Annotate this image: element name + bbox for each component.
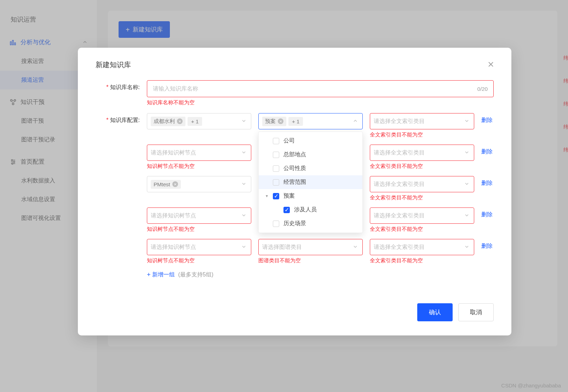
delete-link[interactable]: 删除 bbox=[481, 117, 493, 123]
select-placeholder: 请选择全文索引类目 bbox=[374, 212, 425, 220]
dropdown-option[interactable]: 历史场景 bbox=[259, 217, 362, 230]
select-tag: PMtest✕ bbox=[151, 180, 181, 189]
delete-link[interactable]: 删除 bbox=[481, 180, 493, 186]
select-tag: 成都水利✕ bbox=[151, 117, 185, 126]
checkbox-icon[interactable]: ✓ bbox=[283, 207, 290, 213]
tag-remove-icon[interactable]: ✕ bbox=[177, 118, 183, 124]
dropdown-option[interactable]: 经营范围 bbox=[259, 175, 362, 189]
option-label: 总部地点 bbox=[283, 151, 306, 158]
fulltext-error: 全文索引类目不能为空 bbox=[370, 194, 474, 201]
caret-down-icon[interactable]: ▼ bbox=[265, 194, 269, 198]
tree-select[interactable]: 请选择知识树节点 bbox=[147, 207, 251, 224]
checkbox-icon[interactable] bbox=[273, 138, 279, 144]
select-placeholder: 请选择全文索引类目 bbox=[374, 149, 425, 157]
option-label: 预案 bbox=[283, 192, 295, 200]
select-placeholder: 请选择知识树节点 bbox=[151, 212, 196, 220]
select-more: + 1 bbox=[188, 117, 202, 126]
chevron-down-icon bbox=[240, 244, 248, 250]
option-label: 经营范围 bbox=[283, 179, 306, 186]
plus-icon: + bbox=[147, 271, 151, 279]
close-button[interactable] bbox=[488, 61, 494, 69]
checkbox-icon[interactable] bbox=[273, 221, 279, 227]
chevron-down-icon bbox=[240, 118, 248, 124]
fulltext-select[interactable]: 请选择全文索引类目 bbox=[370, 176, 474, 192]
confirm-button[interactable]: 确认 bbox=[417, 303, 453, 321]
add-group-link[interactable]: +新增一组 bbox=[147, 271, 175, 279]
char-counter: 0/20 bbox=[477, 86, 488, 92]
chevron-up-icon bbox=[351, 118, 360, 124]
name-label: *知识库名称: bbox=[96, 80, 147, 91]
option-label: 历史场景 bbox=[283, 220, 306, 227]
chevron-down-icon bbox=[240, 213, 248, 218]
name-input[interactable] bbox=[153, 86, 477, 92]
fulltext-error: 全文索引类目不能为空 bbox=[370, 257, 474, 264]
cancel-button[interactable]: 取消 bbox=[458, 303, 494, 321]
tree-error: 知识树节点不能为空 bbox=[147, 257, 251, 264]
name-input-wrap: 0/20 bbox=[147, 80, 494, 97]
graph-select[interactable]: 请选择图谱类目 bbox=[258, 239, 363, 255]
close-icon bbox=[488, 62, 494, 67]
graph-select[interactable]: 预案✕ + 1 bbox=[258, 113, 363, 129]
tag-remove-icon[interactable]: ✕ bbox=[172, 181, 178, 187]
graph-dropdown: 公司 总部地点 公司性质 经营范围 bbox=[258, 131, 363, 233]
delete-link[interactable]: 删除 bbox=[481, 211, 493, 217]
chevron-down-icon bbox=[240, 150, 248, 156]
tree-error: 知识树节点不能为空 bbox=[147, 163, 251, 170]
dropdown-option[interactable]: ✓ 涉及人员 bbox=[259, 203, 362, 217]
tree-select[interactable]: 成都水利✕ + 1 bbox=[147, 113, 251, 129]
select-placeholder: 请选择全文索引类目 bbox=[374, 244, 425, 251]
checkbox-icon[interactable]: ✓ bbox=[273, 193, 279, 199]
tree-select[interactable]: 请选择知识树节点 bbox=[147, 239, 251, 255]
select-tag: 预案✕ bbox=[262, 117, 286, 126]
chevron-down-icon bbox=[463, 213, 471, 218]
config-label: *知识库配置: bbox=[96, 113, 147, 124]
select-placeholder: 请选择知识树节点 bbox=[151, 149, 196, 157]
fulltext-select[interactable]: 请选择全文索引类目 bbox=[370, 145, 474, 161]
select-placeholder: 请选择全文索引类目 bbox=[374, 181, 425, 188]
tree-error: 知识树节点不能为空 bbox=[147, 226, 251, 233]
tree-select[interactable]: 请选择知识树节点 bbox=[147, 145, 251, 161]
fulltext-error: 全文索引类目不能为空 bbox=[370, 163, 474, 170]
chevron-down-icon bbox=[463, 181, 471, 187]
select-placeholder: 请选择全文索引类目 bbox=[374, 118, 425, 125]
dropdown-option[interactable]: 总部地点 bbox=[259, 148, 362, 162]
option-label: 公司 bbox=[283, 137, 295, 145]
fulltext-select[interactable]: 请选择全文索引类目 bbox=[370, 239, 474, 255]
new-kb-modal: 新建知识库 *知识库名称: 0/20 知识库名称不能为空 *知识库配置: bbox=[78, 48, 511, 335]
fulltext-select[interactable]: 请选择全文索引类目 bbox=[370, 113, 474, 129]
chevron-down-icon bbox=[463, 244, 471, 250]
add-row: +新增一组 (最多支持5组) bbox=[147, 271, 503, 279]
chevron-down-icon bbox=[351, 244, 360, 250]
fulltext-error: 全文索引类目不能为空 bbox=[370, 131, 474, 138]
select-placeholder: 请选择图谱类目 bbox=[262, 244, 302, 251]
fulltext-select[interactable]: 请选择全文索引类目 bbox=[370, 207, 474, 224]
graph-error: 图谱类目不能为空 bbox=[258, 257, 363, 264]
dropdown-option-expandable[interactable]: ▼ ✓ 预案 bbox=[259, 189, 362, 203]
add-hint: (最多支持5组) bbox=[178, 271, 214, 279]
chevron-down-icon bbox=[240, 181, 248, 187]
tag-remove-icon[interactable]: ✕ bbox=[278, 118, 283, 124]
select-more: + 1 bbox=[288, 117, 303, 126]
fulltext-error: 全文索引类目不能为空 bbox=[370, 226, 474, 233]
chevron-down-icon bbox=[463, 118, 471, 124]
delete-link[interactable]: 删除 bbox=[481, 243, 493, 249]
checkbox-icon[interactable] bbox=[273, 152, 279, 158]
checkbox-icon[interactable] bbox=[273, 165, 279, 172]
watermark: CSDN @zhangyubababa bbox=[501, 382, 561, 388]
modal-title: 新建知识库 bbox=[96, 60, 131, 70]
delete-link[interactable]: 删除 bbox=[481, 148, 493, 154]
option-label: 涉及人员 bbox=[294, 206, 317, 213]
name-error: 知识库名称不能为空 bbox=[147, 99, 494, 106]
option-label: 公司性质 bbox=[283, 165, 306, 172]
tree-select[interactable]: PMtest✕ bbox=[147, 176, 251, 192]
checkbox-icon[interactable] bbox=[273, 179, 279, 186]
dropdown-option[interactable]: 公司性质 bbox=[259, 162, 362, 175]
select-placeholder: 请选择知识树节点 bbox=[151, 244, 196, 251]
chevron-down-icon bbox=[463, 150, 471, 156]
config-row: 请选择知识树节点 知识树节点不能为空 请选择图谱类目 图谱类目不能为空 bbox=[147, 239, 503, 264]
dropdown-option[interactable]: 公司 bbox=[259, 134, 362, 148]
